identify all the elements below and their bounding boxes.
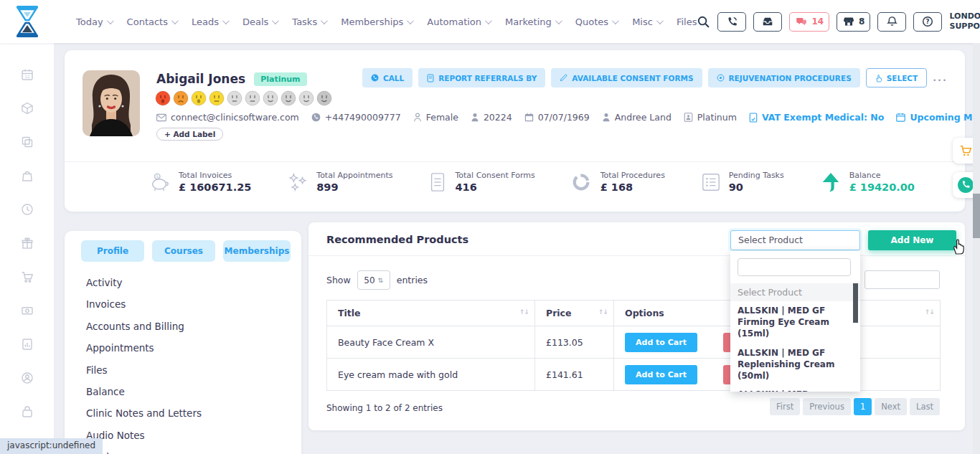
angry-face-icon[interactable] [155, 90, 171, 106]
pagination-page-1[interactable]: 1 [854, 398, 872, 415]
table-search-input[interactable] [864, 270, 940, 289]
account-person-icon[interactable] [20, 371, 34, 385]
dropdown-option[interactable]: ALLSKIN | MED GF Replenishing Cream (50m… [730, 344, 860, 386]
unhappy-face-icon[interactable] [191, 90, 207, 106]
smile-face-icon[interactable] [281, 90, 296, 106]
sad-face-icon[interactable] [173, 90, 189, 106]
shopping-bag-icon[interactable] [20, 169, 34, 183]
nav-quotes[interactable]: Quotes [575, 16, 617, 27]
package-cube-icon[interactable] [20, 101, 34, 115]
tab-profile[interactable]: Profile [81, 240, 144, 262]
pagination-first[interactable]: First [770, 398, 800, 415]
nav-automation[interactable]: Automation [427, 16, 490, 27]
add-label-button[interactable]: + Add Label [156, 128, 223, 141]
nav-misc[interactable]: Misc [632, 16, 661, 27]
page-scrollbar-track[interactable] [973, 43, 980, 454]
column-header-title[interactable]: Title [327, 301, 535, 326]
chevron-down-icon [555, 17, 562, 24]
dropdown-option[interactable]: Select Product [730, 283, 860, 301]
page-scrollbar-thumb[interactable] [973, 194, 980, 238]
dropdown-scrollbar[interactable] [853, 283, 858, 323]
stat-total-procedures: Total Procedures£ 168 [571, 171, 665, 193]
smile-face-icon[interactable] [298, 90, 314, 106]
page-length-select[interactable]: 50 [357, 270, 390, 290]
nav-tasks[interactable]: Tasks [292, 16, 326, 27]
calendar-icon[interactable]: 12 [20, 67, 34, 82]
menu-item-balance[interactable]: Balance [86, 386, 301, 407]
history-icon[interactable] [20, 202, 34, 217]
nav-marketing[interactable]: Marketing [505, 16, 560, 27]
dropdown-search-input[interactable] [738, 258, 851, 276]
inbox-icon [761, 15, 774, 28]
store-button[interactable]: 8 [837, 12, 870, 32]
pointer-icon [875, 74, 882, 82]
column-header-price[interactable]: Price [535, 301, 614, 326]
select-product-dropdown[interactable]: Select Product [730, 230, 860, 250]
client-photo[interactable] [83, 70, 140, 136]
phone-call-button[interactable] [717, 12, 746, 32]
client-gender: Female [413, 112, 458, 123]
pagination-next[interactable]: Next [875, 398, 907, 415]
call-button[interactable]: CALL [362, 68, 413, 88]
select-button[interactable]: SELECT [866, 68, 927, 88]
calendar-icon [524, 113, 534, 122]
tab-courses[interactable]: Courses [152, 240, 215, 262]
nav-deals[interactable]: Deals [242, 16, 277, 27]
menu-item-files[interactable]: Files [86, 364, 301, 386]
person-solid-icon [602, 113, 611, 122]
notifications-bell-button[interactable] [877, 12, 906, 32]
vat-exempt-link[interactable]: VAT Exempt Medical: No [749, 112, 884, 123]
consent-forms-button[interactable]: AVAILABLE CONSENT FORMS [551, 68, 702, 88]
smile-face-icon[interactable] [263, 90, 278, 106]
column-header-extra[interactable] [858, 301, 941, 326]
inbox-button[interactable] [753, 12, 782, 32]
neutral-face-icon[interactable] [245, 90, 260, 106]
chat-notifications-button[interactable]: 14 [789, 12, 829, 32]
menu-item-appointments[interactable]: Appointments [86, 342, 301, 364]
menu-item-clinic-notes[interactable]: Clinic Notes and Letters [86, 407, 301, 429]
menu-item-activity[interactable]: Activity [86, 277, 301, 298]
piggy-bank-icon: $ [149, 172, 171, 192]
add-to-cart-button[interactable]: Add to Cart [625, 333, 697, 352]
pagination-last[interactable]: Last [910, 398, 940, 415]
chevron-down-icon [407, 17, 414, 24]
nav-files[interactable]: Files [677, 16, 697, 27]
phone-icon [726, 16, 738, 28]
more-actions-button[interactable]: ... [933, 72, 948, 83]
nav-today[interactable]: Today [76, 16, 112, 27]
menu-item-drinks[interactable]: Drinks [86, 451, 301, 454]
neutral-face-icon[interactable] [227, 90, 242, 106]
dropdown-option[interactable]: ALLSKIN | MED Pigmentation Control Serum… [730, 385, 860, 392]
tab-memberships[interactable]: Memberships [223, 240, 291, 262]
product-price: £141.61 [535, 359, 614, 391]
lock-case-icon[interactable] [20, 405, 34, 419]
rejuvenation-procedures-button[interactable]: REJUVENATION PROCEDURES [708, 68, 860, 88]
dropdown-option[interactable]: ALLSKIN | MED GF Firming Eye Cream (15ml… [730, 301, 860, 344]
chevron-down-icon [272, 17, 279, 24]
nav-memberships[interactable]: Memberships [341, 16, 412, 27]
client-phone[interactable]: +447490009777 [311, 112, 401, 123]
neutral-face-icon[interactable] [209, 90, 225, 106]
gift-icon[interactable] [20, 236, 34, 250]
report-referrals-button[interactable]: REPORT REFERRALS BY [418, 68, 545, 88]
upcoming-meetings-link[interactable]: Upcoming Meetings [896, 112, 980, 123]
sort-icon [925, 308, 934, 316]
cart-icon[interactable] [20, 270, 34, 284]
menu-item-accounts-billing[interactable]: Accounts and Billing [86, 321, 301, 342]
client-email[interactable]: connect@clinicsoftware.com [156, 112, 299, 123]
search-icon[interactable] [697, 15, 710, 29]
nav-contacts[interactable]: Contacts [127, 16, 176, 27]
menu-item-audio-notes[interactable]: Audio Notes [86, 430, 301, 451]
satisfaction-rating[interactable] [155, 90, 332, 106]
help-button[interactable]: ? [913, 12, 942, 32]
app-logo-icon[interactable] [13, 4, 42, 39]
pagination-previous[interactable]: Previous [803, 398, 851, 415]
report-chart-icon[interactable] [20, 337, 34, 351]
smile-face-icon[interactable] [316, 90, 332, 106]
add-to-cart-button[interactable]: Add to Cart [625, 365, 697, 384]
money-icon[interactable] [20, 303, 34, 318]
windows-copy-icon[interactable] [20, 135, 34, 149]
menu-item-invoices[interactable]: Invoices [86, 298, 301, 320]
add-new-button[interactable]: Add New [868, 230, 956, 250]
nav-leads[interactable]: Leads [192, 16, 227, 27]
